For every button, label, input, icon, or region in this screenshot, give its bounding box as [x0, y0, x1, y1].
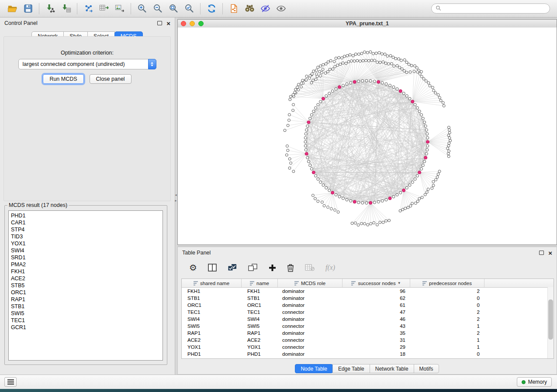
cell: 0	[410, 296, 484, 301]
mcds-node-ace2[interactable]: ACE2	[11, 275, 163, 282]
criterion-value: largest connected component (undirected)	[23, 61, 125, 67]
mcds-node-rap1[interactable]: RAP1	[11, 296, 163, 303]
mcds-node-swi5[interactable]: SWI5	[11, 310, 163, 317]
tab-network-table[interactable]: Network Table	[370, 364, 414, 373]
status-bar: Memory	[0, 375, 557, 389]
add-row-icon[interactable]	[269, 264, 276, 272]
mcds-node-stp4[interactable]: STP4	[11, 226, 163, 233]
import-network-icon[interactable]	[42, 2, 58, 15]
export-table-icon[interactable]	[96, 2, 112, 15]
column-header-shared-name[interactable]: shared name	[182, 279, 242, 287]
mcds-node-pma2[interactable]: PMA2	[11, 261, 163, 268]
mcds-node-srd1[interactable]: SRD1	[11, 254, 163, 261]
node-table-header: shared namenameMCDS rolesuccessor nodes▼…	[182, 279, 554, 288]
find-binoculars-icon[interactable]	[242, 2, 257, 15]
scrollbar-thumb[interactable]	[548, 299, 553, 340]
table-row-stb1[interactable]: STB1STB1dominator620	[182, 295, 554, 302]
cell: connector	[278, 344, 343, 350]
search-input[interactable]	[443, 5, 546, 12]
mcds-node-stb1[interactable]: STB1	[11, 303, 163, 310]
network-titlebar[interactable]: YPA_prune.txt_1	[178, 20, 557, 28]
table-row-fkh1[interactable]: FKH1FKH1dominator962	[182, 288, 554, 295]
zoom-fit-icon[interactable]	[166, 2, 181, 15]
optimization-label: Optimization criterion:	[4, 37, 170, 56]
table-row-swi4[interactable]: SWI4SWI4dominator462	[182, 316, 554, 323]
mcds-node-tec1[interactable]: TEC1	[11, 317, 163, 324]
cell: ORC1	[182, 303, 242, 308]
search-icon	[436, 5, 441, 13]
table-row-yox1[interactable]: YOX1YOX1connector291	[182, 344, 554, 351]
cell: 96	[343, 289, 410, 294]
table-scrollbar[interactable]	[547, 287, 554, 358]
export-image-icon[interactable]	[112, 2, 128, 15]
tab-node-table[interactable]: Node Table	[295, 364, 333, 373]
table-row-phd1[interactable]: PHD1PHD1dominator180	[182, 351, 554, 358]
column-header-successor-nodes[interactable]: successor nodes▼	[343, 279, 410, 287]
export-network-icon[interactable]	[80, 2, 96, 15]
zoom-out-icon[interactable]	[150, 2, 166, 15]
close-window-icon[interactable]	[181, 21, 186, 26]
mcds-node-yox1[interactable]: YOX1	[11, 240, 163, 247]
tab-motifs[interactable]: Motifs	[414, 364, 439, 373]
mcds-node-swi4[interactable]: SWI4	[11, 247, 163, 254]
close-table-panel-icon[interactable]: ×	[548, 250, 552, 256]
hide-details-icon[interactable]	[257, 2, 273, 15]
close-panel-icon[interactable]: ×	[166, 20, 170, 27]
zoom-window-icon[interactable]	[198, 21, 204, 26]
cell: YOX1	[182, 344, 242, 350]
share-document-icon[interactable]	[226, 2, 242, 15]
mcds-node-gcr1[interactable]: GCR1	[11, 324, 163, 331]
mcds-node-fkh1[interactable]: FKH1	[11, 268, 163, 275]
mcds-node-tid3[interactable]: TID3	[11, 233, 163, 240]
toolbar-separator	[39, 3, 39, 14]
select-all-icon[interactable]	[228, 264, 237, 272]
toolbar-separator	[77, 3, 77, 14]
mcds-node-car1[interactable]: CAR1	[11, 219, 163, 226]
mcds-node-stb5[interactable]: STB5	[11, 282, 163, 289]
tab-edge-table[interactable]: Edge Table	[332, 364, 370, 373]
table-row-rap1[interactable]: RAP1RAP1dominator352	[182, 330, 554, 337]
deselect-all-icon[interactable]	[248, 264, 258, 272]
mcds-node-orc1[interactable]: ORC1	[11, 289, 163, 296]
zoom-in-icon[interactable]	[134, 2, 150, 15]
mcds-node-phd1[interactable]: PHD1	[11, 212, 163, 219]
save-session-icon[interactable]	[20, 2, 36, 15]
show-columns-icon[interactable]	[208, 264, 217, 272]
panel-menu-button[interactable]	[4, 377, 17, 387]
memory-button[interactable]: Memory	[517, 377, 552, 387]
import-table-icon[interactable]	[58, 2, 74, 15]
close-panel-button[interactable]: Close panel	[90, 74, 131, 84]
mcds-result-list[interactable]: PHD1CAR1STP4TID3YOX1SWI4SRD1PMA2FKH1ACE2…	[8, 210, 163, 361]
desktop-background	[0, 389, 557, 392]
criterion-dropdown[interactable]: largest connected component (undirected)	[18, 59, 156, 69]
cell: 35	[343, 330, 410, 336]
settings-gear-icon[interactable]: ⚙	[189, 263, 197, 272]
open-folder-icon[interactable]	[4, 2, 20, 15]
apply-layout-icon[interactable]	[204, 2, 219, 15]
cell: dominator	[278, 330, 343, 336]
column-header-mcds-role[interactable]: MCDS role	[278, 279, 343, 287]
float-table-panel-icon[interactable]	[539, 251, 544, 255]
cell: STB1	[182, 296, 242, 301]
show-details-icon[interactable]	[273, 2, 289, 15]
delete-row-icon[interactable]	[287, 264, 294, 272]
cell: 1	[410, 344, 484, 350]
network-title: YPA_prune.txt_1	[178, 21, 557, 27]
minimize-window-icon[interactable]	[190, 21, 195, 26]
run-mcds-button[interactable]: Run MCDS	[43, 74, 83, 84]
table-row-tec1[interactable]: TEC1TEC1connector472	[182, 309, 554, 316]
column-header-name[interactable]: name	[242, 279, 278, 287]
zoom-selected-icon[interactable]	[181, 2, 197, 15]
table-row-orc1[interactable]: ORC1ORC1dominator610	[182, 302, 554, 309]
toolbar-separator	[131, 3, 131, 14]
column-header-predecessor-nodes[interactable]: predecessor nodes	[410, 279, 484, 287]
table-row-ace2[interactable]: ACE2ACE2connector311	[182, 337, 554, 344]
cell: TEC1	[182, 309, 242, 315]
table-panel-title: Table Panel	[182, 250, 211, 256]
float-panel-icon[interactable]	[157, 21, 162, 25]
cell: dominator	[278, 316, 343, 322]
table-row-swi5[interactable]: SWI5SWI5connector431	[182, 323, 554, 330]
expand-right-icon[interactable]: ►	[174, 199, 177, 202]
network-view[interactable]	[178, 28, 557, 244]
collapse-left-icon[interactable]: ◄	[174, 193, 177, 196]
